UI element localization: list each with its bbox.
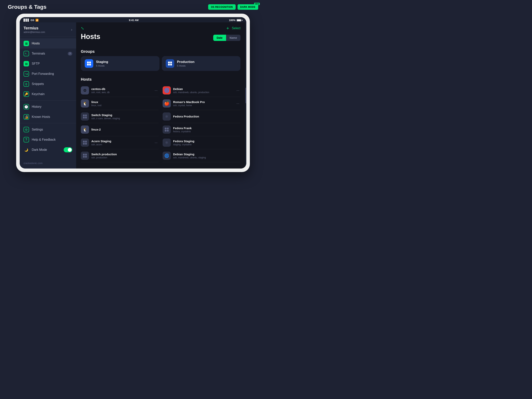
keychain-icon: 🔑	[24, 91, 29, 97]
os-recognition-button[interactable]: OS RECOGNITION	[208, 4, 235, 10]
svg-rect-18	[83, 156, 85, 158]
nav-label-terminals: Terminals	[32, 52, 65, 55]
host-switch-production[interactable]: Switch production ssh, production	[81, 149, 159, 162]
host-centos-db[interactable]: ⚙ centos-db ssh, root, aws, db ···	[81, 84, 159, 97]
host-romans-macbook[interactable]: 🍎 Roman's MacBook Pro ssh, crystal, home…	[163, 97, 241, 110]
sort-name-button[interactable]: Name	[226, 35, 241, 41]
nav-label-help: Help & Feedback	[32, 138, 72, 142]
host-fedora-frank[interactable]: Fedora Frank fedora, crystalnix	[163, 123, 241, 136]
status-right: 100%	[229, 19, 242, 22]
group-production[interactable]: Production 5 Hosts	[162, 56, 241, 71]
expand-icon[interactable]: ⤡	[81, 26, 84, 31]
darkmode-toggle[interactable]	[64, 147, 72, 152]
macbook-menu[interactable]: ···	[235, 101, 241, 106]
fedora-production-icon: ⚛	[163, 112, 171, 121]
sidebar-item-snippets[interactable]: {} Snippets	[20, 79, 76, 89]
scroll-thumb	[245, 88, 246, 103]
svg-rect-0	[87, 62, 89, 63]
centos-db-menu[interactable]: ···	[153, 88, 159, 93]
production-group-icon	[166, 59, 174, 68]
sidebar-nav: ⊞ Hosts >_ Terminals 7 ▤ SFTP	[20, 36, 76, 159]
ipad-inner: ▋▋▋ GS 📶 9:41 AM 100% Termius adm	[20, 17, 246, 168]
fedora-frank-name: Fedora Frank	[173, 126, 241, 130]
macbook-info: Roman's MacBook Pro ssh, crystal, home	[173, 100, 233, 107]
linux-icon: 🐧	[81, 99, 89, 108]
select-button[interactable]: Select	[232, 26, 241, 30]
fedora-frank-tags: fedora, crystalnix	[173, 130, 241, 133]
sidebar-header[interactable]: Termius admin@termius.com ›	[20, 22, 76, 36]
user-email: admin@termius.com	[24, 31, 45, 33]
acorn-staging-menu[interactable]: ···	[153, 140, 159, 146]
debian-tags: ssh, mandreeb, ubuntu, production	[173, 91, 233, 94]
host-linux-2[interactable]: 🐧 linux-2	[81, 123, 159, 136]
host-switch-staging[interactable]: Switch Staging ssh, c-care, denver, stag…	[81, 110, 159, 123]
sidebar-item-history[interactable]: 🕐 History	[20, 102, 76, 112]
fedora-production-info: Fedora Production	[173, 115, 241, 118]
debian-menu[interactable]: ···	[235, 88, 241, 93]
centos-db-name: centos-db	[91, 87, 151, 90]
svg-rect-13	[85, 141, 87, 142]
sidebar-item-help[interactable]: ? Help & Feedback	[20, 135, 76, 145]
nav-label-snippets: Snippets	[32, 82, 72, 86]
sidebar-item-port-forwarding[interactable]: ↝ Port Forwarding	[20, 69, 76, 79]
scrollbar[interactable]	[245, 22, 246, 168]
hosts-right-column: 🌀 Debian ssh, mandreeb, ubuntu, producti…	[163, 84, 241, 162]
svg-rect-6	[168, 64, 170, 65]
hosts-icon: ⊞	[24, 41, 29, 46]
status-left: ▋▋▋ GS 📶	[24, 19, 38, 22]
sidebar-item-keychain[interactable]: 🔑 Keychain	[20, 89, 76, 99]
fedora-staging-name: Fedora Staging	[173, 140, 241, 143]
main-area: Termius admin@termius.com › ⊞ Hosts >_ T…	[20, 22, 246, 168]
sidebar-item-terminals[interactable]: >_ Terminals 7	[20, 49, 76, 59]
macbook-tags: ssh, crystal, home	[173, 104, 233, 107]
linux-tags: linux, root	[91, 104, 159, 107]
production-group-name: Production	[177, 60, 195, 64]
fedora-production-name: Fedora Production	[173, 115, 241, 118]
svg-rect-3	[89, 64, 91, 65]
linux-name: linux	[91, 100, 159, 104]
svg-rect-17	[85, 154, 87, 155]
linux2-icon: 🐧	[81, 125, 89, 134]
sidebar-item-sftp[interactable]: ▤ SFTP	[20, 59, 76, 69]
debian-name: Debian	[173, 87, 233, 90]
sidebar-footer: crackedonic.com	[20, 159, 76, 168]
hosts-columns: ⚙ centos-db ssh, root, aws, db ··· 🐧 lin…	[81, 84, 241, 162]
svg-rect-9	[85, 115, 87, 116]
app-name: Termius	[24, 26, 45, 30]
dark-mode-button[interactable]: DARK MODE	[238, 4, 258, 10]
host-linux[interactable]: 🐧 linux linux, root	[81, 97, 159, 110]
linux-info: linux linux, root	[91, 100, 159, 107]
top-bar: Groups & Tags OS RECOGNITION DARK MODE N…	[8, 4, 258, 10]
add-host-button[interactable]: +	[227, 26, 229, 31]
right-panel: ⤡ + Select Hosts Date Name Groups	[76, 22, 245, 168]
help-icon: ?	[24, 137, 29, 142]
acorn-staging-tags: ssh, acorn	[91, 143, 151, 146]
staging-group-count: 5 Hosts	[96, 64, 108, 67]
sidebar-item-known-hosts[interactable]: 🔏 Known Hosts	[20, 112, 76, 122]
nav-label-keychain: Keychain	[32, 92, 72, 96]
sidebar-item-hosts[interactable]: ⊞ Hosts	[20, 38, 76, 49]
host-fedora-staging[interactable]: ⚛ Fedora Staging staging, crystalnix	[163, 136, 241, 149]
centos-db-icon: ⚙	[81, 86, 89, 95]
acorn-staging-icon	[81, 139, 89, 147]
known-hosts-icon: 🔏	[24, 114, 29, 120]
sidebar-item-darkmode[interactable]: 🌙 Dark Mode	[20, 145, 76, 155]
group-staging[interactable]: Staging 5 Hosts	[81, 56, 159, 71]
debian-staging-info: Debian Staging ssh, mandreeb, ubuntu, st…	[173, 153, 241, 159]
svg-rect-21	[167, 128, 169, 129]
settings-icon: ⚙	[24, 127, 29, 132]
fedora-frank-info: Fedora Frank fedora, crystalnix	[173, 126, 241, 133]
host-acorn-staging[interactable]: Acorn Staging ssh, acorn ···	[81, 136, 159, 149]
svg-rect-7	[170, 64, 172, 65]
host-debian-staging[interactable]: 🌀 Debian Staging ssh, mandreeb, ubuntu, …	[163, 149, 241, 162]
debian-staging-name: Debian Staging	[173, 153, 241, 156]
staging-group-info: Staging 5 Hosts	[96, 60, 108, 67]
sidebar-item-settings[interactable]: ⚙ Settings	[20, 124, 76, 135]
centos-db-tags: ssh, root, aws, db	[91, 91, 151, 94]
sort-date-button[interactable]: Date	[213, 35, 226, 41]
host-debian[interactable]: 🌀 Debian ssh, mandreeb, ubuntu, producti…	[163, 84, 241, 97]
acorn-staging-name: Acorn Staging	[91, 140, 151, 143]
debian-icon: 🌀	[163, 86, 171, 95]
status-bar: ▋▋▋ GS 📶 9:41 AM 100%	[20, 17, 246, 22]
host-fedora-production[interactable]: ⚛ Fedora Production	[163, 110, 241, 123]
